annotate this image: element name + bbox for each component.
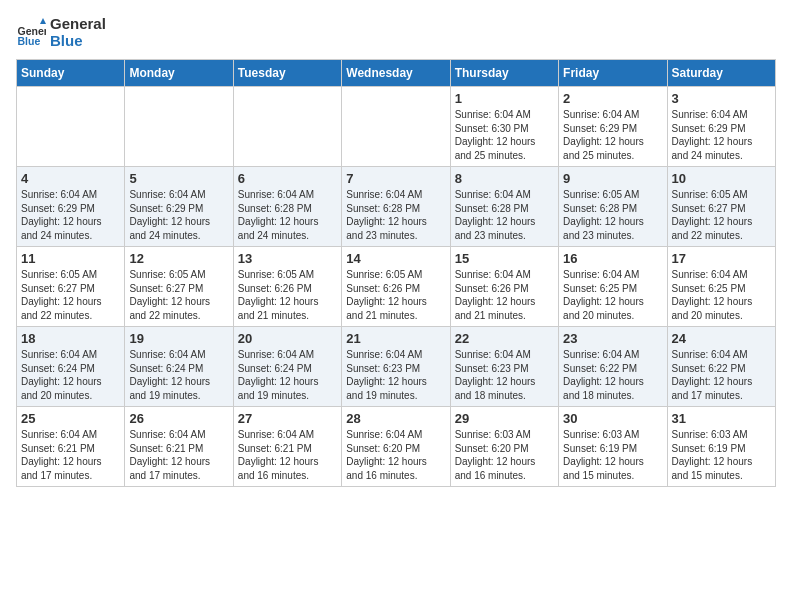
day-info: Sunrise: 6:04 AMSunset: 6:29 PMDaylight:… [129, 189, 210, 241]
calendar-cell: 16 Sunrise: 6:04 AMSunset: 6:25 PMDaylig… [559, 247, 667, 327]
logo-icon: General Blue [16, 18, 46, 48]
svg-text:Blue: Blue [18, 35, 41, 47]
calendar-cell: 21 Sunrise: 6:04 AMSunset: 6:23 PMDaylig… [342, 327, 450, 407]
calendar-cell: 17 Sunrise: 6:04 AMSunset: 6:25 PMDaylig… [667, 247, 775, 327]
calendar-cell: 19 Sunrise: 6:04 AMSunset: 6:24 PMDaylig… [125, 327, 233, 407]
day-number: 15 [455, 251, 554, 266]
day-info: Sunrise: 6:05 AMSunset: 6:26 PMDaylight:… [238, 269, 319, 321]
day-info: Sunrise: 6:04 AMSunset: 6:28 PMDaylight:… [455, 189, 536, 241]
calendar-cell: 20 Sunrise: 6:04 AMSunset: 6:24 PMDaylig… [233, 327, 341, 407]
day-number: 4 [21, 171, 120, 186]
calendar-cell: 11 Sunrise: 6:05 AMSunset: 6:27 PMDaylig… [17, 247, 125, 327]
calendar-cell: 25 Sunrise: 6:04 AMSunset: 6:21 PMDaylig… [17, 407, 125, 487]
calendar-cell: 28 Sunrise: 6:04 AMSunset: 6:20 PMDaylig… [342, 407, 450, 487]
calendar-cell: 12 Sunrise: 6:05 AMSunset: 6:27 PMDaylig… [125, 247, 233, 327]
day-info: Sunrise: 6:04 AMSunset: 6:26 PMDaylight:… [455, 269, 536, 321]
day-info: Sunrise: 6:05 AMSunset: 6:27 PMDaylight:… [21, 269, 102, 321]
calendar-cell: 4 Sunrise: 6:04 AMSunset: 6:29 PMDayligh… [17, 167, 125, 247]
day-info: Sunrise: 6:04 AMSunset: 6:23 PMDaylight:… [346, 349, 427, 401]
calendar-cell [125, 87, 233, 167]
header: General Blue General Blue [16, 16, 776, 49]
calendar-cell: 6 Sunrise: 6:04 AMSunset: 6:28 PMDayligh… [233, 167, 341, 247]
calendar-cell: 26 Sunrise: 6:04 AMSunset: 6:21 PMDaylig… [125, 407, 233, 487]
calendar-table: SundayMondayTuesdayWednesdayThursdayFrid… [16, 59, 776, 487]
day-number: 20 [238, 331, 337, 346]
calendar-cell: 8 Sunrise: 6:04 AMSunset: 6:28 PMDayligh… [450, 167, 558, 247]
calendar-cell: 18 Sunrise: 6:04 AMSunset: 6:24 PMDaylig… [17, 327, 125, 407]
day-info: Sunrise: 6:04 AMSunset: 6:21 PMDaylight:… [21, 429, 102, 481]
day-number: 13 [238, 251, 337, 266]
weekday-header-wednesday: Wednesday [342, 60, 450, 87]
day-info: Sunrise: 6:04 AMSunset: 6:29 PMDaylight:… [21, 189, 102, 241]
calendar-cell: 1 Sunrise: 6:04 AMSunset: 6:30 PMDayligh… [450, 87, 558, 167]
calendar-cell [342, 87, 450, 167]
calendar-cell [17, 87, 125, 167]
day-number: 11 [21, 251, 120, 266]
day-number: 26 [129, 411, 228, 426]
day-info: Sunrise: 6:03 AMSunset: 6:19 PMDaylight:… [563, 429, 644, 481]
calendar-cell: 10 Sunrise: 6:05 AMSunset: 6:27 PMDaylig… [667, 167, 775, 247]
weekday-header-thursday: Thursday [450, 60, 558, 87]
weekday-header-sunday: Sunday [17, 60, 125, 87]
day-info: Sunrise: 6:05 AMSunset: 6:27 PMDaylight:… [672, 189, 753, 241]
day-number: 23 [563, 331, 662, 346]
logo: General Blue General Blue [16, 16, 106, 49]
day-info: Sunrise: 6:04 AMSunset: 6:24 PMDaylight:… [238, 349, 319, 401]
calendar-cell: 14 Sunrise: 6:05 AMSunset: 6:26 PMDaylig… [342, 247, 450, 327]
day-number: 7 [346, 171, 445, 186]
day-info: Sunrise: 6:03 AMSunset: 6:19 PMDaylight:… [672, 429, 753, 481]
day-number: 19 [129, 331, 228, 346]
day-number: 29 [455, 411, 554, 426]
weekday-header-saturday: Saturday [667, 60, 775, 87]
calendar-cell: 3 Sunrise: 6:04 AMSunset: 6:29 PMDayligh… [667, 87, 775, 167]
day-number: 22 [455, 331, 554, 346]
calendar-cell: 5 Sunrise: 6:04 AMSunset: 6:29 PMDayligh… [125, 167, 233, 247]
day-info: Sunrise: 6:04 AMSunset: 6:30 PMDaylight:… [455, 109, 536, 161]
day-info: Sunrise: 6:04 AMSunset: 6:28 PMDaylight:… [346, 189, 427, 241]
day-info: Sunrise: 6:04 AMSunset: 6:24 PMDaylight:… [21, 349, 102, 401]
day-info: Sunrise: 6:04 AMSunset: 6:25 PMDaylight:… [672, 269, 753, 321]
svg-marker-2 [40, 18, 46, 24]
day-number: 24 [672, 331, 771, 346]
day-number: 14 [346, 251, 445, 266]
calendar-cell: 30 Sunrise: 6:03 AMSunset: 6:19 PMDaylig… [559, 407, 667, 487]
day-number: 8 [455, 171, 554, 186]
calendar-cell: 31 Sunrise: 6:03 AMSunset: 6:19 PMDaylig… [667, 407, 775, 487]
day-info: Sunrise: 6:04 AMSunset: 6:20 PMDaylight:… [346, 429, 427, 481]
day-info: Sunrise: 6:04 AMSunset: 6:29 PMDaylight:… [672, 109, 753, 161]
calendar-cell: 29 Sunrise: 6:03 AMSunset: 6:20 PMDaylig… [450, 407, 558, 487]
weekday-header-friday: Friday [559, 60, 667, 87]
day-info: Sunrise: 6:04 AMSunset: 6:23 PMDaylight:… [455, 349, 536, 401]
day-number: 30 [563, 411, 662, 426]
day-info: Sunrise: 6:04 AMSunset: 6:25 PMDaylight:… [563, 269, 644, 321]
calendar-cell: 24 Sunrise: 6:04 AMSunset: 6:22 PMDaylig… [667, 327, 775, 407]
day-number: 6 [238, 171, 337, 186]
calendar-cell: 22 Sunrise: 6:04 AMSunset: 6:23 PMDaylig… [450, 327, 558, 407]
day-info: Sunrise: 6:05 AMSunset: 6:27 PMDaylight:… [129, 269, 210, 321]
day-number: 12 [129, 251, 228, 266]
day-number: 25 [21, 411, 120, 426]
day-number: 27 [238, 411, 337, 426]
day-info: Sunrise: 6:04 AMSunset: 6:24 PMDaylight:… [129, 349, 210, 401]
calendar-cell: 7 Sunrise: 6:04 AMSunset: 6:28 PMDayligh… [342, 167, 450, 247]
calendar-cell: 2 Sunrise: 6:04 AMSunset: 6:29 PMDayligh… [559, 87, 667, 167]
calendar-cell [233, 87, 341, 167]
day-info: Sunrise: 6:05 AMSunset: 6:28 PMDaylight:… [563, 189, 644, 241]
day-number: 21 [346, 331, 445, 346]
day-info: Sunrise: 6:04 AMSunset: 6:22 PMDaylight:… [563, 349, 644, 401]
day-number: 2 [563, 91, 662, 106]
calendar-cell: 15 Sunrise: 6:04 AMSunset: 6:26 PMDaylig… [450, 247, 558, 327]
day-number: 17 [672, 251, 771, 266]
day-info: Sunrise: 6:03 AMSunset: 6:20 PMDaylight:… [455, 429, 536, 481]
calendar-cell: 23 Sunrise: 6:04 AMSunset: 6:22 PMDaylig… [559, 327, 667, 407]
day-number: 28 [346, 411, 445, 426]
day-info: Sunrise: 6:04 AMSunset: 6:22 PMDaylight:… [672, 349, 753, 401]
day-info: Sunrise: 6:04 AMSunset: 6:21 PMDaylight:… [129, 429, 210, 481]
day-info: Sunrise: 6:05 AMSunset: 6:26 PMDaylight:… [346, 269, 427, 321]
day-info: Sunrise: 6:04 AMSunset: 6:28 PMDaylight:… [238, 189, 319, 241]
calendar-cell: 27 Sunrise: 6:04 AMSunset: 6:21 PMDaylig… [233, 407, 341, 487]
day-number: 3 [672, 91, 771, 106]
weekday-header-tuesday: Tuesday [233, 60, 341, 87]
day-number: 9 [563, 171, 662, 186]
calendar-cell: 13 Sunrise: 6:05 AMSunset: 6:26 PMDaylig… [233, 247, 341, 327]
